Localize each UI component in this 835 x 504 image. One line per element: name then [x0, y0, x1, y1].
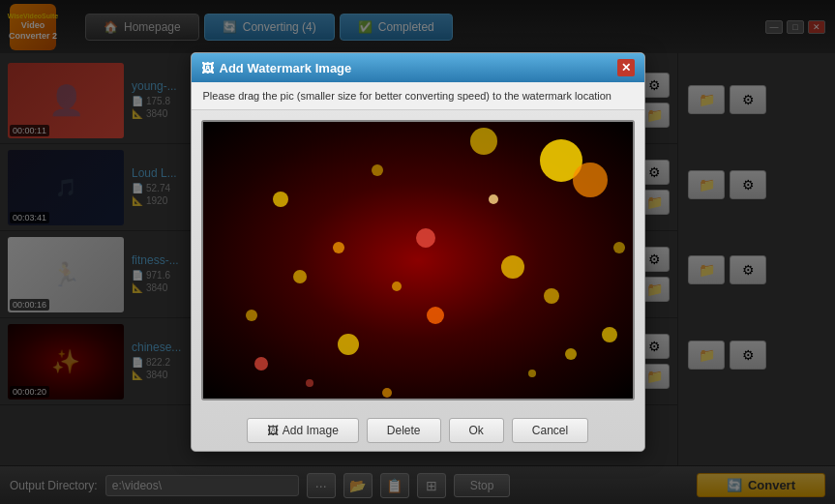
svg-point-4: [372, 164, 383, 176]
svg-point-21: [565, 348, 577, 360]
modal-title-text: Add Watermark Image: [220, 61, 352, 75]
svg-point-19: [382, 388, 392, 398]
add-image-icon: 🖼: [267, 424, 279, 437]
svg-point-18: [528, 370, 536, 377]
modal-preview-area[interactable]: [201, 120, 635, 400]
svg-point-5: [416, 228, 435, 248]
svg-point-12: [613, 242, 625, 253]
preview-canvas: [203, 122, 633, 399]
modal-close-button[interactable]: ✕: [617, 59, 635, 76]
svg-point-7: [501, 255, 524, 279]
preview-svg: [203, 122, 633, 399]
add-image-label: Add Image: [283, 424, 339, 437]
svg-point-16: [602, 327, 617, 342]
modal-titlebar: 🖼 Add Watermark Image ✕: [192, 53, 644, 82]
svg-point-17: [246, 310, 257, 321]
delete-button[interactable]: Delete: [367, 418, 441, 443]
svg-point-3: [273, 192, 288, 207]
svg-point-9: [544, 288, 559, 304]
svg-point-2: [470, 128, 497, 155]
svg-point-8: [427, 307, 444, 324]
svg-point-13: [392, 282, 402, 291]
add-image-button[interactable]: 🖼 Add Image: [247, 418, 359, 443]
modal-title-icon: 🖼: [201, 61, 214, 75]
ok-button[interactable]: Ok: [449, 418, 504, 443]
svg-point-11: [254, 357, 268, 371]
modal-instruction: Please drag the pic (smaller size for be…: [192, 82, 644, 110]
svg-point-10: [338, 334, 359, 355]
svg-point-1: [573, 163, 608, 197]
svg-point-20: [306, 379, 313, 387]
cancel-button[interactable]: Cancel: [512, 418, 588, 443]
modal-buttons: 🖼 Add Image Delete Ok Cancel: [192, 410, 644, 451]
svg-point-15: [333, 242, 344, 253]
add-watermark-modal: 🖼 Add Watermark Image ✕ Please drag the …: [191, 52, 645, 452]
svg-point-6: [293, 270, 307, 283]
svg-point-14: [489, 194, 498, 204]
modal-title: 🖼 Add Watermark Image: [201, 61, 352, 75]
modal-overlay: 🖼 Add Watermark Image ✕ Please drag the …: [0, 0, 835, 504]
